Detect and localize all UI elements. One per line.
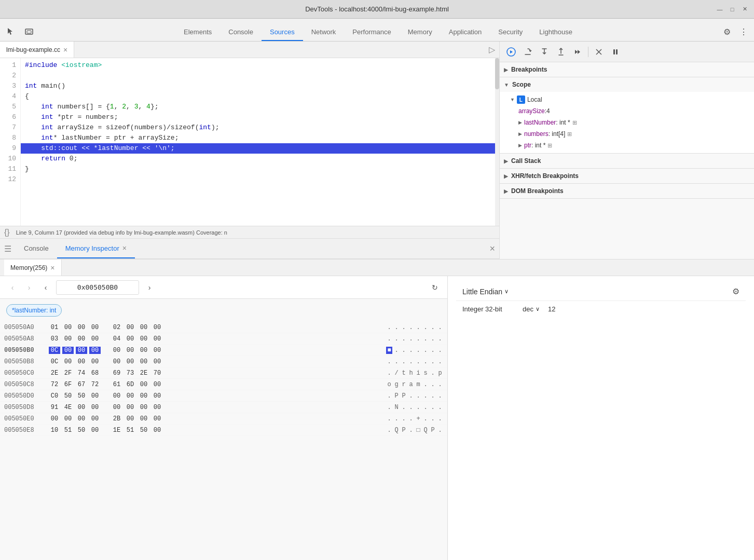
mem-char[interactable]: . xyxy=(430,381,436,388)
file-tab-lmi[interactable]: lmi-bug-example.cc × xyxy=(0,42,74,58)
mem-char[interactable]: . xyxy=(393,358,400,365)
mem-char[interactable]: . xyxy=(386,358,392,365)
mem-byte[interactable]: 02 xyxy=(111,324,122,331)
mem-byte[interactable]: 6F xyxy=(62,381,74,388)
mem-char[interactable]: h xyxy=(408,370,414,377)
mem-char[interactable]: . xyxy=(422,324,429,331)
memory-settings-icon[interactable]: ⚙ xyxy=(732,286,739,296)
mem-byte[interactable]: 00 xyxy=(62,335,74,343)
scope-ptr[interactable]: ▶ ptr : int * ⊞ xyxy=(500,140,754,151)
xhr-breakpoints-header[interactable]: ▶ XHR/fetch Breakpoints xyxy=(500,169,754,183)
mem-char[interactable]: . xyxy=(430,404,436,411)
mem-char[interactable]: . xyxy=(437,347,443,354)
file-tab-close[interactable]: × xyxy=(63,46,67,54)
mem-byte[interactable]: 70 xyxy=(152,370,163,377)
mem-char[interactable]: . xyxy=(393,335,400,343)
mem-char[interactable]: . xyxy=(430,335,436,343)
deactivate-breakpoints-button[interactable] xyxy=(592,45,606,59)
mem-char[interactable]: ■ xyxy=(386,347,392,354)
pause-on-exceptions-button[interactable] xyxy=(608,45,623,59)
mem-char[interactable]: N xyxy=(393,404,400,411)
mem-byte[interactable]: 00 xyxy=(152,427,163,434)
mem-byte[interactable]: 03 xyxy=(49,335,60,343)
mem-byte[interactable]: 00 xyxy=(76,335,87,343)
mem-byte[interactable]: 00 xyxy=(138,335,149,343)
minimize-button[interactable]: — xyxy=(716,5,724,13)
mem-byte[interactable]: 72 xyxy=(49,381,60,388)
mem-char[interactable]: . xyxy=(408,358,414,365)
mem-char[interactable]: g xyxy=(393,381,400,388)
mem-char[interactable]: . xyxy=(408,415,414,422)
tab-memory[interactable]: Memory xyxy=(400,24,441,41)
bottom-tab-memory-inspector[interactable]: Memory Inspector × xyxy=(57,239,135,258)
mem-char[interactable]: a xyxy=(408,381,414,388)
memory-next-button[interactable]: › xyxy=(143,281,156,294)
mem-char[interactable]: . xyxy=(408,324,414,331)
code-scrollbar[interactable] xyxy=(495,58,499,226)
more-menu-icon[interactable]: ⋮ xyxy=(737,25,750,38)
code-area[interactable]: 12345 678910 1112 #include <iostream> in… xyxy=(0,58,495,226)
mem-byte[interactable]: 00 xyxy=(62,358,74,365)
mem-char[interactable]: . xyxy=(386,324,392,331)
mem-char[interactable]: . xyxy=(393,324,400,331)
file-tab-run-icon[interactable]: ▷ xyxy=(489,45,499,54)
mem-char[interactable]: . xyxy=(437,358,443,365)
mem-char[interactable]: Q xyxy=(393,427,400,434)
mem-char[interactable]: . xyxy=(401,358,407,365)
mem-byte[interactable]: 6D xyxy=(125,381,136,388)
mem-char[interactable]: . xyxy=(401,335,407,343)
memory-prev-button[interactable]: ‹ xyxy=(39,281,52,294)
maximize-button[interactable]: □ xyxy=(728,5,736,13)
mem-byte[interactable]: 00 xyxy=(111,347,122,354)
mem-char[interactable]: . xyxy=(430,392,436,400)
breakpoints-header[interactable]: ▶ Breakpoints xyxy=(500,62,754,77)
mem-byte[interactable]: 00 xyxy=(125,358,136,365)
mem-byte[interactable]: 00 xyxy=(89,392,101,400)
mem-byte[interactable]: 00 xyxy=(125,347,136,354)
mem-char[interactable]: . xyxy=(386,404,392,411)
memory-tab-close[interactable]: × xyxy=(50,264,54,272)
scope-local-item[interactable]: ▼ L Local xyxy=(500,94,754,105)
mem-byte[interactable]: 00 xyxy=(76,324,87,331)
mem-char[interactable]: . xyxy=(393,415,400,422)
mem-char[interactable]: . xyxy=(386,427,392,434)
mem-char[interactable]: . xyxy=(415,404,421,411)
mem-char[interactable]: . xyxy=(422,381,429,388)
bottom-tab-memory-close[interactable]: × xyxy=(122,244,127,252)
scope-numbers[interactable]: ▶ numbers : int[4] ⊞ xyxy=(500,128,754,140)
mem-byte[interactable]: 00 xyxy=(76,415,87,422)
mem-char[interactable]: . xyxy=(430,324,436,331)
tab-performance[interactable]: Performance xyxy=(344,24,399,41)
mem-byte[interactable]: 00 xyxy=(89,324,101,331)
mem-byte[interactable]: 2E xyxy=(138,370,149,377)
mem-char[interactable]: . xyxy=(415,347,421,354)
mem-byte[interactable]: 50 xyxy=(76,392,87,400)
mem-byte[interactable]: 00 xyxy=(152,347,163,354)
memory-address-input[interactable] xyxy=(56,280,139,295)
mem-byte[interactable]: 00 xyxy=(125,324,136,331)
tab-security[interactable]: Security xyxy=(490,24,531,41)
mem-char[interactable]: . xyxy=(437,415,443,422)
mem-char[interactable]: / xyxy=(393,370,400,377)
mem-char[interactable]: o xyxy=(386,381,392,388)
mem-char[interactable]: s xyxy=(422,370,429,377)
mem-byte[interactable]: 04 xyxy=(111,335,122,343)
mem-char[interactable]: . xyxy=(437,324,443,331)
mem-byte[interactable]: 51 xyxy=(125,427,136,434)
mem-byte[interactable]: 00 xyxy=(138,415,149,422)
tab-application[interactable]: Application xyxy=(441,24,490,41)
mem-byte[interactable]: 00 xyxy=(76,404,87,411)
memory-tab[interactable]: Memory(256) × xyxy=(4,259,62,276)
mem-char[interactable]: P xyxy=(401,427,407,434)
memory-refresh-button[interactable]: ↻ xyxy=(429,281,441,294)
mem-char[interactable]: . xyxy=(430,370,436,377)
mem-byte[interactable]: 00 xyxy=(138,347,149,354)
mem-byte[interactable]: 00 xyxy=(152,404,163,411)
mem-byte[interactable]: 73 xyxy=(125,370,136,377)
mem-byte[interactable]: 00 xyxy=(152,324,163,331)
mem-byte[interactable]: 00 xyxy=(138,324,149,331)
mem-char[interactable]: . xyxy=(401,404,407,411)
mem-char[interactable]: . xyxy=(401,415,407,422)
mem-byte[interactable]: 00 xyxy=(125,392,136,400)
mem-byte[interactable]: 00 xyxy=(138,404,149,411)
